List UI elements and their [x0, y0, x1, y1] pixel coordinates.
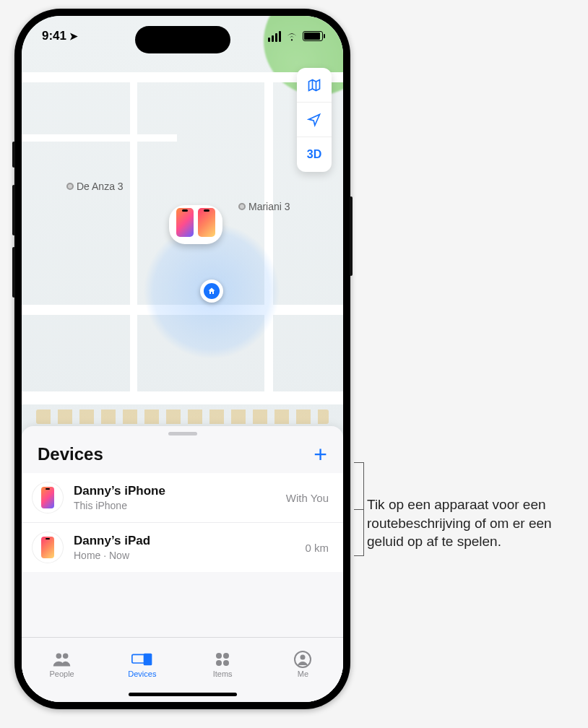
- device-name: Danny’s iPhone: [74, 484, 276, 498]
- recenter-button[interactable]: [297, 103, 332, 137]
- people-icon: [51, 651, 73, 668]
- dynamic-island: [135, 26, 230, 53]
- tab-people[interactable]: People: [22, 638, 102, 686]
- volume-down: [12, 247, 15, 298]
- location-services-icon: ➤: [69, 30, 78, 42]
- device-subtitle: Home · Now: [74, 550, 295, 561]
- home-icon: [204, 283, 220, 299]
- items-icon: [212, 651, 233, 668]
- device-row-ipad[interactable]: Danny’s iPad Home · Now 0 km: [22, 523, 343, 572]
- silent-switch: [12, 142, 15, 168]
- svg-point-1: [63, 653, 69, 659]
- map-label-deanza: De Anza 3: [66, 181, 124, 192]
- annotation-bracket: [354, 462, 364, 556]
- svg-point-4: [216, 653, 222, 659]
- home-indicator[interactable]: [129, 693, 237, 696]
- device-row-iphone[interactable]: Danny’s iPhone This iPhone With You: [22, 473, 343, 523]
- tab-label: Me: [298, 670, 308, 678]
- side-button: [350, 196, 353, 276]
- device-list: Danny’s iPhone This iPhone With You Dann…: [22, 473, 343, 572]
- tab-label: Items: [213, 670, 233, 678]
- mini-ipad-icon: [198, 208, 215, 237]
- svg-point-5: [223, 653, 229, 659]
- device-subtitle: This iPhone: [74, 500, 276, 511]
- volume-up: [12, 185, 15, 235]
- map-road: [22, 391, 343, 404]
- battery-icon: [303, 31, 323, 41]
- person-icon: [292, 651, 314, 668]
- svg-point-9: [301, 654, 306, 659]
- 3d-toggle-button[interactable]: 3D: [297, 137, 332, 172]
- tab-label: Devices: [128, 670, 156, 678]
- screen: 9:41 ➤ De Anza 3 Mariani 3: [22, 16, 343, 702]
- tab-label: People: [49, 670, 74, 678]
- cellular-icon: [268, 31, 281, 42]
- svg-point-0: [56, 653, 61, 659]
- svg-point-6: [216, 660, 222, 666]
- svg-rect-3: [144, 653, 152, 665]
- sheet-title: Devices: [38, 444, 103, 464]
- devices-icon: [131, 651, 153, 668]
- map-road: [22, 72, 343, 82]
- tab-devices[interactable]: Devices: [102, 638, 182, 686]
- add-device-button[interactable]: +: [314, 443, 327, 466]
- map-controls: 3D: [297, 68, 332, 172]
- annotation-text: Tik op een apparaat voor een routebeschr…: [367, 495, 576, 551]
- svg-rect-2: [132, 654, 145, 663]
- sheet-grabber[interactable]: [168, 432, 197, 436]
- iphone-frame: 9:41 ➤ De Anza 3 Mariani 3: [14, 9, 350, 709]
- map-label-mariani: Mariani 3: [238, 201, 290, 212]
- status-time: 9:41: [42, 29, 66, 43]
- svg-point-7: [223, 660, 229, 666]
- map-road: [130, 72, 137, 391]
- map-device-cluster[interactable]: [169, 205, 222, 244]
- tab-items[interactable]: Items: [183, 638, 263, 686]
- device-thumb-ipad: [32, 532, 64, 563]
- map-buildings: [36, 410, 329, 424]
- device-thumb-iphone: [32, 482, 64, 514]
- wifi-icon: [285, 31, 298, 41]
- tab-me[interactable]: Me: [263, 638, 343, 686]
- map-road: [22, 134, 177, 142]
- device-name: Danny’s iPad: [74, 534, 295, 548]
- mini-iphone-icon: [176, 208, 194, 237]
- map-mode-button[interactable]: [297, 68, 332, 103]
- device-status: 0 km: [305, 542, 329, 554]
- device-status: With You: [286, 492, 329, 504]
- devices-sheet[interactable]: Devices + Danny’s iPhone This iPhone Wit…: [22, 426, 343, 702]
